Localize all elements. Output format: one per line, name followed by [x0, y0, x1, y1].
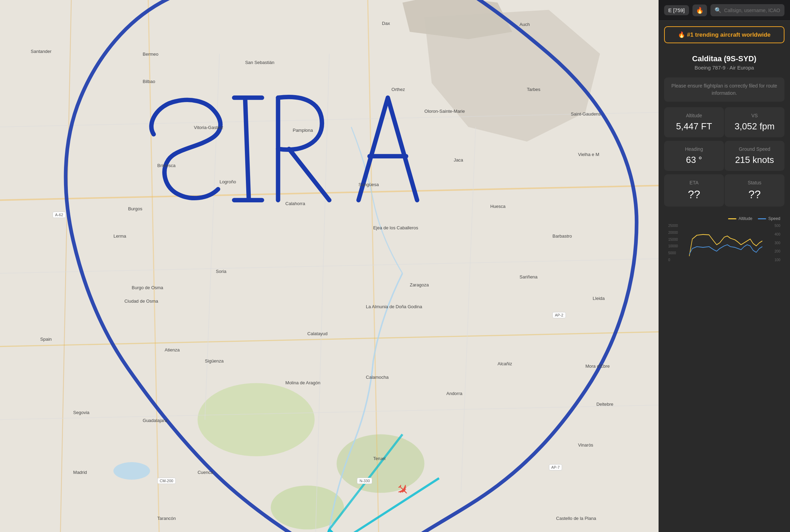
sidebar: E [759] 🔥 🔍 🔥 #1 trending aircraft world…: [659, 0, 790, 532]
map-city-label: Oloron-Sainte-Marie: [424, 109, 465, 114]
ground-speed-value: 215 knots: [730, 155, 779, 165]
map-city-label: Sariñena: [520, 274, 538, 279]
altitude-value: 5,447 FT: [670, 121, 718, 132]
map-city-label: Molina de Aragón: [285, 380, 320, 385]
map-city-label: Lerma: [113, 233, 126, 239]
search-bar[interactable]: 🔍: [710, 4, 784, 16]
map-city-label: Andorra: [446, 391, 462, 396]
map-city-label: Calatayud: [307, 331, 328, 336]
altitude-legend-color: [728, 218, 736, 219]
map-city-label: Zaragoza: [410, 282, 429, 287]
map-city-label: Calahorra: [285, 201, 305, 206]
flight-plan-notice: Please ensure flightplan is correctly fi…: [664, 77, 784, 102]
map-city-label: Segovia: [73, 410, 90, 415]
altitude-legend-item: Altitude: [728, 216, 752, 221]
map-city-label: Sangüesa: [359, 182, 379, 187]
map-city-label: Logroño: [220, 179, 236, 184]
map-city-label: Vinaròs: [578, 442, 593, 448]
speed-legend-label: Speed: [768, 216, 780, 221]
map-city-label: Castello de la Plana: [556, 516, 596, 521]
map-city-label: La Almunia de Doña Godina: [366, 304, 422, 309]
map-city-label: Bilbao: [143, 79, 155, 84]
chart-legend: Altitude Speed: [668, 216, 780, 221]
map-city-label: Lleida: [593, 296, 605, 301]
road-badge: N-330: [357, 478, 372, 484]
eta-value: ??: [670, 188, 718, 201]
chart-canvas: 25000 20000 15000 10000 5000 0 500 400 3…: [668, 224, 780, 262]
info-panel: 🔥 #1 trending aircraft worldwide Caldita…: [659, 21, 790, 532]
status-value: ??: [730, 188, 779, 201]
speed-legend-item: Speed: [758, 216, 780, 221]
map-city-label: San Sebastián: [245, 60, 275, 65]
stats-grid-top: Altitude 5,447 FT VS 3,052 fpm: [659, 106, 790, 139]
map-city-label: Vitoria-Gasteiz: [194, 125, 223, 130]
fire-icon: 🔥: [696, 7, 704, 14]
map-container: ✈ SantanderBermeoBilbaoSan SebastiánDaxO…: [0, 0, 659, 532]
map-city-label: Cuenca: [198, 470, 213, 475]
road-badge: AP-7: [549, 464, 562, 470]
altitude-label: Altitude: [670, 113, 718, 118]
map-city-label: Briviesca: [157, 163, 176, 168]
road-badge: AP-2: [552, 312, 566, 318]
map-city-label: Dax: [382, 21, 390, 26]
speed-legend-color: [758, 218, 766, 219]
map-city-label: Madrid: [73, 470, 87, 475]
map-city-label: Sigüenza: [205, 358, 223, 364]
status-label: Status: [730, 180, 779, 185]
map-city-label: Spain: [40, 337, 52, 342]
heading-value: 63 °: [670, 155, 718, 165]
map-city-label: Mora d'Ebre: [585, 364, 609, 369]
map-city-label: Teruel: [373, 456, 385, 461]
map-city-label: Soria: [216, 269, 226, 274]
trending-fire-button[interactable]: 🔥: [692, 4, 707, 16]
heading-label: Heading: [670, 146, 718, 152]
header-bar: E [759] 🔥 🔍: [659, 0, 790, 21]
map-city-label: Tarancón: [157, 516, 176, 521]
map-city-label: Pamplona: [293, 128, 313, 133]
search-input[interactable]: [724, 8, 780, 13]
map-city-label: Burgos: [128, 206, 142, 211]
map-city-label: Orthez: [392, 87, 405, 92]
map-city-label: Vielha e M: [578, 152, 599, 157]
vs-card: VS 3,052 fpm: [725, 107, 784, 137]
map-city-label: Ejea de los Caballeros: [373, 225, 418, 230]
map-city-label: Ciudad de Osma: [125, 299, 158, 304]
map-city-label: Santander: [31, 49, 52, 54]
map-city-label: Calamocha: [366, 375, 389, 380]
vs-value: 3,052 fpm: [730, 121, 779, 132]
map-city-label: Guadalajara: [143, 418, 167, 423]
eta-card: ETA ??: [664, 174, 724, 207]
heading-card: Heading 63 °: [664, 141, 724, 171]
map-city-label: Huesca: [490, 204, 505, 209]
altitude-card: Altitude 5,447 FT: [664, 107, 724, 137]
map-city-label: Saint-Gaudens: [571, 111, 601, 117]
road-badge: A-62: [53, 212, 65, 218]
aircraft-name: Calditaa (9S-SYD): [664, 54, 784, 63]
ground-speed-card: Ground Speed 215 knots: [725, 141, 784, 171]
stats-grid-mid: Heading 63 ° Ground Speed 215 knots: [659, 139, 790, 172]
status-card: Status ??: [725, 174, 784, 207]
search-icon: 🔍: [715, 7, 722, 13]
eta-label: ETA: [670, 180, 718, 185]
stats-grid-bot: ETA ?? Status ??: [659, 173, 790, 208]
map-city-label: Atienza: [165, 347, 180, 352]
altitude-legend-label: Altitude: [738, 216, 752, 221]
flight-count-badge[interactable]: E [759]: [664, 5, 689, 15]
map-city-label: Auch: [520, 22, 530, 27]
altitude-speed-chart: Altitude Speed 25000 20000 15000 10000 5…: [664, 212, 784, 267]
road-badge: CM-200: [157, 478, 176, 484]
map-city-label: Burgo de Osma: [132, 285, 163, 290]
vs-label: VS: [730, 113, 779, 118]
map-city-label: Jaca: [454, 157, 463, 163]
map-city-label: Barbastro: [552, 233, 572, 239]
aircraft-info: Calditaa (9S-SYD) Boeing 787-9 · Air Eur…: [659, 49, 790, 73]
map-city-label: Tarbes: [527, 87, 540, 92]
map-city-label: Deltebre: [596, 402, 613, 407]
aircraft-type: Boeing 787-9 · Air Europa: [664, 65, 784, 71]
map-city-label: Bermeo: [143, 52, 159, 57]
trending-banner: 🔥 #1 trending aircraft worldwide: [664, 26, 784, 43]
map-city-label: Alcañiz: [498, 361, 512, 366]
ground-speed-label: Ground Speed: [730, 146, 779, 152]
